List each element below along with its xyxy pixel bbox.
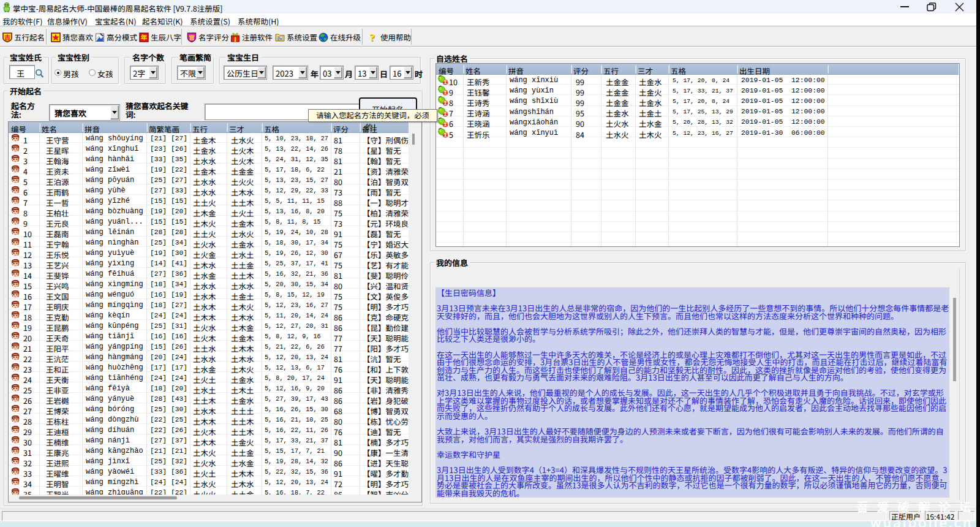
svg-text:1: 1 [443, 89, 447, 96]
svg-text:?: ? [370, 32, 375, 42]
svg-text:1: 1 [443, 132, 447, 138]
svg-text:1: 1 [443, 100, 447, 107]
svg-text:@w: @w [277, 37, 282, 41]
svg-text:1: 1 [443, 121, 447, 127]
svg-text:吉: 吉 [4, 32, 11, 42]
svg-text:1: 1 [443, 79, 447, 85]
svg-text:官: 官 [189, 33, 195, 42]
svg-text:年: 年 [141, 32, 148, 42]
svg-text:1: 1 [443, 111, 447, 117]
